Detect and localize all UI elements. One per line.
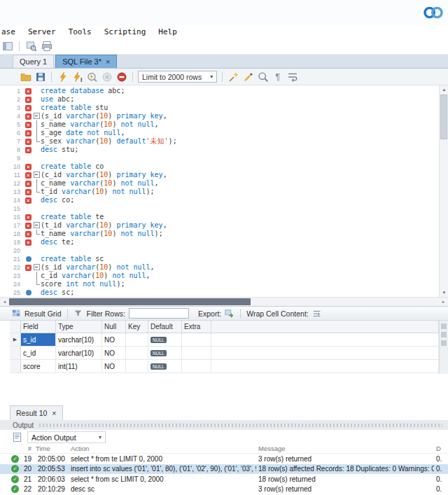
grid-cell-field[interactable]: c_id xyxy=(21,347,56,360)
scroll-down-icon[interactable]: ▼ xyxy=(440,288,448,297)
object-inspector-icon[interactable] xyxy=(25,40,37,52)
grid-cell-type[interactable]: int(11) xyxy=(56,360,102,373)
editor-line[interactable]: 25desc sc; xyxy=(0,288,439,297)
close-icon[interactable]: × xyxy=(106,58,110,66)
wrap-text-icon[interactable] xyxy=(286,71,298,83)
grid-cell-def[interactable]: NULL xyxy=(148,347,182,360)
grid-cell-extra[interactable] xyxy=(182,347,211,360)
execute-current-icon[interactable] xyxy=(71,71,83,83)
print-icon[interactable] xyxy=(41,40,52,52)
table-row[interactable]: ▶s_idvarchar(10)NONULL xyxy=(10,333,439,347)
editor-line[interactable]: 17✕(t_id varchar(10) primary key, xyxy=(0,221,439,230)
menu-item-server[interactable]: Server xyxy=(27,26,62,38)
execute-icon[interactable] xyxy=(57,71,69,83)
output-row[interactable]: ✓1920:05:00select * from te LIMIT 0, 200… xyxy=(0,454,448,464)
vertical-scroll-thumb[interactable] xyxy=(440,95,447,139)
export-icon[interactable] xyxy=(225,309,234,319)
limit-rows-dropdown[interactable]: Limit to 2000 rows▾ xyxy=(138,71,217,83)
result-grid-side-icon[interactable] xyxy=(441,323,447,329)
column-header-key[interactable]: Key xyxy=(126,321,148,333)
grid-cell-key[interactable] xyxy=(126,360,148,373)
explain-icon[interactable] xyxy=(86,71,98,83)
column-header-extra[interactable]: Extra xyxy=(182,321,211,333)
invisible-chars-icon[interactable]: ¶ xyxy=(272,71,284,83)
editor-line[interactable]: 11✕(c_id varchar(10) primary key, xyxy=(0,171,439,179)
fold-toggle-icon[interactable] xyxy=(33,263,41,272)
sql-editor[interactable]: 1✕create database abc;2✕use abc;3✕create… xyxy=(0,85,439,297)
editor-line[interactable]: 10✕create table co xyxy=(0,162,439,171)
editor-line[interactable]: 9 xyxy=(0,154,439,162)
editor-line[interactable]: 2✕use abc; xyxy=(0,95,439,104)
column-header-null[interactable]: Null xyxy=(102,321,126,333)
save-script-icon[interactable] xyxy=(34,71,46,83)
grid-cell-extra[interactable] xyxy=(182,360,211,373)
scroll-up-icon[interactable]: ▲ xyxy=(440,85,448,94)
grid-cell-field[interactable]: score xyxy=(21,360,56,373)
stop-on-error-icon[interactable] xyxy=(115,71,127,83)
menu-item-tools[interactable]: Tools xyxy=(67,26,97,38)
column-header-field[interactable]: Field xyxy=(21,321,56,333)
result-grid-side-icon[interactable] xyxy=(441,340,447,346)
output-row[interactable]: ✓2020:05:53insert into sc values ('01', … xyxy=(0,464,448,475)
result-tab[interactable]: Result 10 × xyxy=(10,405,63,420)
editor-line[interactable]: 14✕desc co; xyxy=(0,196,439,204)
output-view-dropdown[interactable]: Action Output ▾ xyxy=(27,431,106,443)
editor-line[interactable]: 7✕s_sex varchar(10) default'未知'); xyxy=(0,137,439,146)
beautify-icon[interactable] xyxy=(242,71,254,83)
fold-toggle-icon[interactable] xyxy=(33,221,41,230)
editor-line[interactable]: 19✕desc te; xyxy=(0,238,439,246)
editor-line[interactable]: 16✕create table te xyxy=(0,213,439,221)
grid-cell-def[interactable]: NULL xyxy=(148,360,182,373)
table-row[interactable]: c_idvarchar(10)NONULL xyxy=(10,347,439,360)
wand-icon[interactable] xyxy=(227,71,239,83)
editor-line[interactable]: 4✕(s_id varchar(10) primary key, xyxy=(0,112,439,120)
grid-cell-key[interactable] xyxy=(126,333,148,347)
editor-line[interactable]: 13✕t_id varchar(10) not null); xyxy=(0,188,439,196)
editor-line[interactable]: 24score int not null); xyxy=(0,280,439,288)
column-header-type[interactable]: Type xyxy=(56,321,102,333)
grid-cell-type[interactable]: varchar(10) xyxy=(56,333,102,347)
editor-line[interactable]: 1✕create database abc; xyxy=(0,87,439,95)
find-icon[interactable] xyxy=(257,71,269,83)
menu-item-ase[interactable]: ase xyxy=(0,26,21,38)
grid-cell-type[interactable]: varchar(10) xyxy=(56,347,102,360)
table-row[interactable]: scoreint(11)NONULL xyxy=(10,360,439,373)
editor-line[interactable]: 3✕create table stu xyxy=(0,104,439,112)
close-icon[interactable]: × xyxy=(52,409,56,417)
editor-line[interactable]: 23c_id varchar(10) not null, xyxy=(0,272,439,280)
grid-cell-nul[interactable]: NO xyxy=(102,360,126,373)
column-header-default[interactable]: Default xyxy=(148,321,182,333)
editor-line[interactable]: 6✕s_age date not null, xyxy=(0,129,439,137)
editor-line[interactable]: 20 xyxy=(0,246,439,255)
output-row[interactable]: ✓2120:06:03select * from sc LIMIT 0, 200… xyxy=(0,474,448,484)
editor-line[interactable]: 5✕s_name varchar(10) not null, xyxy=(0,120,439,129)
wrap-cell-icon[interactable] xyxy=(312,309,322,319)
editor-line[interactable]: 22✕(s_id varchar(10) not null, xyxy=(0,263,439,272)
menu-item-help[interactable]: Help xyxy=(157,26,183,38)
menu-item-scripting[interactable]: Scripting xyxy=(103,26,152,38)
grid-cell-extra[interactable] xyxy=(182,333,211,347)
grid-cell-nul[interactable]: NO xyxy=(102,333,126,347)
tab-sql-file-3-[interactable]: SQL File 3*× xyxy=(55,55,117,68)
editor-vertical-scrollbar[interactable]: ▲ ▼ xyxy=(439,85,448,297)
grid-cell-nul[interactable]: NO xyxy=(102,347,126,360)
grid-cell-key[interactable] xyxy=(126,347,148,360)
grid-cell-def[interactable]: NULL xyxy=(148,333,182,347)
open-script-icon[interactable] xyxy=(20,71,31,83)
stop-icon[interactable] xyxy=(101,71,113,83)
fold-toggle-icon[interactable] xyxy=(33,112,41,120)
sidebar-toggle-icon[interactable] xyxy=(1,40,13,52)
output-row[interactable]: ✓2220:10:29desc sc3 row(s) returned0. xyxy=(0,484,448,495)
editor-line[interactable]: 21create table sc xyxy=(0,255,439,263)
tab-query-1[interactable]: Query 1 xyxy=(13,55,54,68)
editor-horizontal-scrollbar[interactable]: ◂ ▸ xyxy=(0,297,448,306)
result-grid-side-icon[interactable] xyxy=(441,332,447,337)
editor-line[interactable]: 15 xyxy=(0,204,439,213)
editor-line[interactable]: 12✕c_name varchar(10) not null, xyxy=(0,179,439,188)
filter-rows-input[interactable] xyxy=(129,308,189,319)
horizontal-scroll-thumb[interactable] xyxy=(9,298,251,305)
fold-toggle-icon[interactable] xyxy=(33,171,41,179)
editor-line[interactable]: 8✕desc stu; xyxy=(0,146,439,154)
editor-line[interactable]: 18✕t_name varchar(10) not null); xyxy=(0,230,439,238)
grid-cell-field[interactable]: s_id xyxy=(21,333,56,347)
